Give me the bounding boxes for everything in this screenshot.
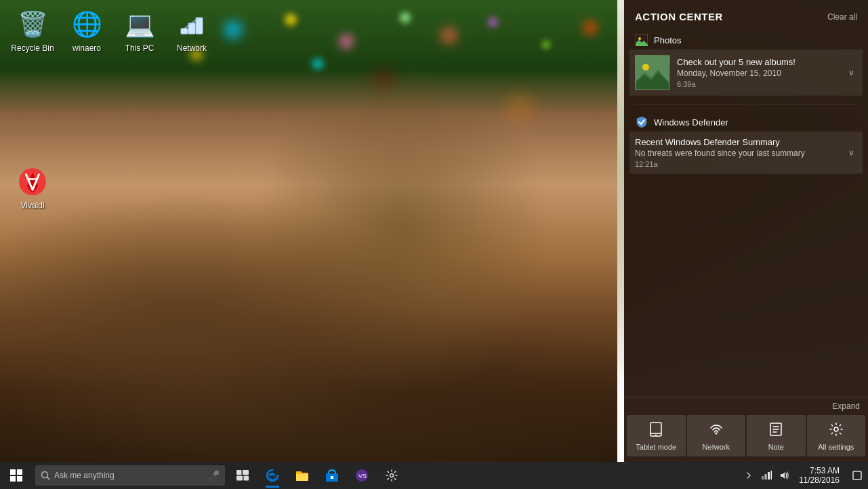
photos-notification-thumb [635,55,670,90]
photos-notification-content: Check out your 5 new albums! Monday, Nov… [677,57,843,88]
action-center-button[interactable] [846,462,868,489]
divider-1 [635,104,857,104]
action-center-title: ACTION CENTER [635,11,723,22]
svg-point-14 [655,435,657,436]
network-tray-icon[interactable] [758,462,774,489]
expand-row: Expand [624,397,868,412]
this-pc-icon: 💻 [123,8,156,41]
start-button[interactable] [0,462,33,489]
photos-app-header: Photos [629,28,863,50]
taskbar: Ask me anything 🎤 [0,462,868,489]
desktop-icon-recycle-bin[interactable]: 🗑️ Recycle Bin [5,5,60,56]
clock[interactable]: 7:53 AM 11/28/2016 [793,462,845,489]
quick-actions-panel: Expand Tablet mode [624,397,868,462]
teams-button[interactable]: VS [347,462,377,489]
svg-rect-23 [10,476,16,482]
network-desktop-icon [175,8,208,41]
svg-rect-36 [762,476,764,480]
this-pc-label: This PC [125,43,154,53]
quick-actions-grid: Tablet mode [624,412,868,462]
clock-date: 11/28/2016 [799,475,840,485]
quick-action-all-settings[interactable]: All settings [807,415,866,456]
settings-taskbar-button[interactable] [377,462,407,489]
defender-expand-icon[interactable]: ∨ [846,145,857,160]
quick-action-note[interactable]: Note [747,415,806,456]
photos-notification-title: Check out your 5 new albums! [677,57,843,69]
vivaldi-icon [16,165,49,198]
svg-rect-22 [17,469,22,475]
system-tray: 7:53 AM 11/28/2016 [741,462,868,489]
note-icon [768,422,783,440]
svg-rect-37 [764,474,766,480]
edge-browser-button[interactable] [257,462,287,489]
svg-rect-29 [236,476,243,481]
clear-all-button[interactable]: Clear all [827,12,857,22]
svg-text:VS: VS [358,473,367,480]
notification-group-defender: Windows Defender Recent Windows Defender… [629,110,863,174]
svg-rect-39 [770,471,772,480]
note-label: Note [768,443,784,451]
svg-point-8 [638,37,641,40]
defender-app-icon [635,115,648,129]
desktop: 🗑️ Recycle Bin 🌐 winaero 💻 This PC Netwo… [0,0,868,489]
action-center-panel: ACTION CENTER Clear all Pho [624,0,868,462]
photos-notification-card[interactable]: Check out your 5 new albums! Monday, Nov… [629,50,863,96]
file-explorer-button[interactable] [287,462,317,489]
svg-point-20 [834,427,838,431]
tablet-mode-icon [648,422,663,440]
svg-point-15 [715,433,717,435]
network-quick-icon [709,422,724,440]
recycle-bin-label: Recycle Bin [11,43,54,53]
action-center-header: ACTION CENTER Clear all [624,0,868,28]
search-placeholder: Ask me anything [54,471,115,480]
photos-expand-icon[interactable]: ∨ [846,65,857,80]
desktop-icon-network[interactable]: Network [165,5,219,56]
desktop-icon-vivaldi[interactable]: Vivaldi [5,163,60,213]
svg-point-35 [390,474,394,477]
notifications-list: Photos Check out your 5 new albums! Mon [624,28,868,397]
all-settings-icon [829,422,844,440]
recycle-bin-icon: 🗑️ [16,8,49,41]
microphone-icon[interactable]: 🎤 [208,470,220,481]
photos-notification-time: 6:39a [677,80,843,88]
svg-rect-21 [10,469,16,475]
desktop-wallpaper [0,0,617,462]
store-button[interactable] [317,462,347,489]
show-hidden-icons-button[interactable] [741,462,757,489]
clock-time: 7:53 AM [810,466,840,475]
svg-rect-2 [196,18,203,34]
photos-notification-subtitle: Monday, November 15, 2010 [677,69,843,79]
photos-app-name: Photos [654,35,681,45]
svg-rect-28 [243,470,249,475]
desktop-icon-this-pc[interactable]: 💻 This PC [112,5,167,56]
search-bar[interactable]: Ask me anything 🎤 [35,465,225,486]
expand-button[interactable]: Expand [832,402,860,411]
task-view-button[interactable] [228,462,257,489]
photos-app-icon [635,33,648,47]
all-settings-label: All settings [818,443,854,451]
winaero-icon: 🌐 [70,8,103,41]
vivaldi-label: Vivaldi [20,201,44,210]
defender-app-name: Windows Defender [654,117,728,128]
svg-line-26 [47,477,50,480]
defender-notification-card[interactable]: Recent Windows Defender Summary No threa… [629,132,863,174]
volume-tray-icon[interactable] [776,462,792,489]
defender-notification-subtitle: No threats were found since your last su… [635,149,843,159]
defender-notification-content: Recent Windows Defender Summary No threa… [635,137,843,168]
tablet-mode-label: Tablet mode [636,443,676,451]
svg-rect-0 [181,28,188,34]
svg-rect-38 [768,472,770,480]
svg-rect-12 [650,423,661,436]
notification-group-photos: Photos Check out your 5 new albums! Mon [629,28,863,96]
svg-rect-27 [236,470,242,475]
network-quick-label: Network [703,443,730,451]
quick-action-network[interactable]: Network [687,415,746,456]
svg-rect-32 [331,476,333,479]
svg-rect-30 [244,476,249,481]
desktop-icon-winaero[interactable]: 🌐 winaero [60,5,114,56]
svg-rect-40 [853,471,861,480]
defender-notification-time: 12:21a [635,160,843,168]
defender-app-header: Windows Defender [629,110,863,132]
defender-notification-title: Recent Windows Defender Summary [635,137,843,149]
quick-action-tablet-mode[interactable]: Tablet mode [627,415,686,456]
